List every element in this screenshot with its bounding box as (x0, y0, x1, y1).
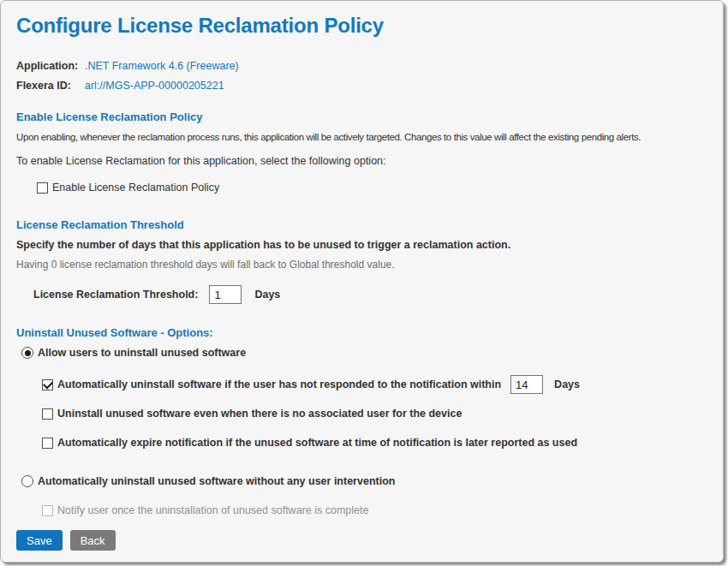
threshold-days-input[interactable] (209, 285, 242, 304)
allow-users-radio-label[interactable]: Allow users to uninstall unused software (38, 347, 246, 359)
threshold-description: Specify the number of days that this app… (16, 239, 707, 252)
auto-uninstall-days-unit: Days (554, 378, 580, 390)
notify-user-checkbox-label: Notify user once the uninstallation of u… (57, 504, 368, 516)
auto-no-intervention-radio-label[interactable]: Automatically uninstall unused software … (38, 475, 395, 487)
flexera-id-row: Flexera ID: arl://MGS-APP-00000205221 (16, 75, 707, 95)
page-title: Configure License Reclamation Policy (16, 13, 707, 39)
expire-notification-checkbox-row: Automatically expire notification if the… (42, 436, 707, 450)
allow-users-radio-row: Allow users to uninstall unused software (21, 345, 707, 360)
enable-policy-instruction: To enable License Reclamation for this a… (16, 155, 707, 168)
auto-uninstall-checkbox-label[interactable]: Automatically uninstall software if the … (57, 378, 501, 390)
no-user-checkbox[interactable] (42, 408, 53, 420)
threshold-section: License Reclamation Threshold Specify th… (16, 218, 707, 304)
enable-policy-checkbox-row: Enable License Reclamation Policy (37, 181, 707, 194)
auto-no-intervention-radio[interactable] (21, 475, 33, 487)
expire-notification-checkbox-label[interactable]: Automatically expire notification if the… (57, 437, 577, 449)
auto-uninstall-checkbox[interactable] (42, 379, 53, 390)
threshold-days-unit: Days (254, 289, 280, 301)
threshold-field-label: License Reclamation Threshold: (33, 289, 198, 301)
notify-user-checkbox-row: Notify user once the uninstallation of u… (42, 503, 707, 517)
application-link[interactable]: .NET Framework 4.6 (Freeware) (85, 60, 239, 72)
enable-policy-heading: Enable License Reclamation Policy (16, 110, 707, 124)
auto-uninstall-checkbox-row: Automatically uninstall software if the … (42, 374, 707, 395)
save-button[interactable]: Save (16, 530, 63, 551)
enable-policy-checkbox-label[interactable]: Enable License Reclamation Policy (52, 182, 219, 194)
allow-users-radio[interactable] (21, 347, 33, 359)
no-user-checkbox-row: Uninstall unused software even when ther… (42, 407, 707, 420)
uninstall-options-heading: Uninstall Unused Software - Options: (16, 326, 707, 340)
flexera-id-label: Flexera ID: (16, 80, 85, 92)
uninstall-options-section: Uninstall Unused Software - Options: All… (16, 326, 707, 517)
notify-user-checkbox (42, 505, 53, 516)
enable-policy-checkbox[interactable] (37, 182, 48, 194)
threshold-heading: License Reclamation Threshold (16, 218, 707, 232)
application-row: Application: .NET Framework 4.6 (Freewar… (16, 56, 707, 75)
flexera-id-link[interactable]: arl://MGS-APP-00000205221 (85, 80, 224, 92)
threshold-field-row: License Reclamation Threshold: Days (33, 285, 707, 304)
expire-notification-checkbox[interactable] (42, 438, 53, 449)
threshold-note: Having 0 license reclamation threshold d… (16, 259, 707, 271)
no-user-checkbox-label[interactable]: Uninstall unused software even when ther… (57, 408, 462, 420)
enable-policy-section: Enable License Reclamation Policy Upon e… (16, 110, 707, 194)
application-label: Application: (16, 60, 85, 72)
enable-policy-description: Upon enabling, whenever the reclamation … (16, 131, 707, 144)
auto-no-intervention-radio-row: Automatically uninstall unused software … (21, 474, 707, 489)
auto-uninstall-days-input[interactable] (510, 375, 543, 394)
footer-buttons: Save Back (16, 530, 116, 551)
back-button[interactable]: Back (70, 530, 116, 551)
configure-license-reclamation-dialog: Configure License Reclamation Policy App… (0, 0, 724, 563)
